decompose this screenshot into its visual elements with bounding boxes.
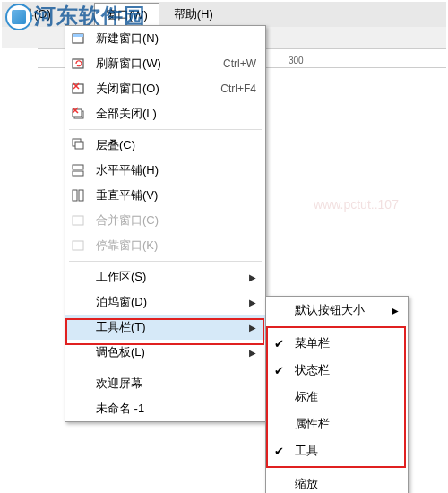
refresh-icon (65, 51, 92, 76)
menu-toolbars[interactable]: 工具栏(T) ▶ (65, 315, 265, 340)
menu-label: 工具栏(T) (92, 319, 246, 335)
sub-statusbar[interactable]: ✔ 状态栏 (266, 357, 408, 384)
logo-icon (5, 4, 32, 30)
chevron-right-icon: ▶ (246, 348, 256, 358)
menu-palettes[interactable]: 调色板(L) ▶ (65, 340, 265, 365)
menu-close[interactable]: 关闭窗口(O) Ctrl+F4 (65, 76, 265, 101)
blank-icon (65, 371, 92, 396)
sub-label: 属性栏 (291, 416, 399, 432)
menu-label: 停靠窗口(K) (92, 238, 256, 254)
menu-label: 刷新窗口(W) (92, 56, 212, 72)
menu-label: 垂直平铺(V) (92, 187, 256, 203)
check-icon: ✔ (266, 445, 291, 458)
close-window-icon (65, 76, 92, 101)
sub-zoom[interactable]: 缩放 (266, 471, 408, 493)
separator (270, 326, 404, 327)
sub-menubar[interactable]: ✔ 菜单栏 (266, 330, 408, 357)
blank-icon (65, 340, 92, 365)
menu-combine: 合并窗口(C) (65, 208, 265, 233)
menu-welcome[interactable]: 欢迎屏幕 (65, 371, 265, 396)
sub-properties[interactable]: 属性栏 (266, 411, 408, 437)
sub-label: 标准 (291, 389, 399, 405)
svg-rect-15 (79, 190, 83, 201)
window-dropdown: 新建窗口(N) 刷新窗口(W) Ctrl+W 关闭窗口(O) Ctrl+F4 全… (65, 25, 266, 422)
svg-rect-16 (73, 216, 83, 225)
check-icon: ✔ (266, 364, 291, 377)
menu-label: 未命名 -1 (92, 401, 256, 417)
separator (69, 368, 262, 368)
menu-refresh[interactable]: 刷新窗口(W) Ctrl+W (65, 51, 265, 76)
chevron-right-icon: ▶ (388, 306, 399, 316)
menu-dock-windows[interactable]: 泊坞窗(D) ▶ (65, 290, 265, 315)
sub-default-size[interactable]: 默认按钮大小 ▶ (266, 297, 408, 324)
menu-shortcut: Ctrl+W (223, 57, 256, 70)
sub-label: 缩放 (291, 476, 399, 492)
cascade-icon (65, 133, 92, 158)
help-menu[interactable]: 帮助(H) (163, 3, 224, 26)
close-all-icon (65, 101, 92, 126)
svg-rect-11 (75, 142, 83, 149)
menu-shortcut: Ctrl+F4 (220, 82, 256, 95)
combine-icon (65, 208, 92, 233)
menu-label: 关闭窗口(O) (92, 81, 210, 97)
chevron-right-icon: ▶ (246, 272, 256, 282)
menu-label: 全部关闭(L) (92, 106, 256, 122)
chevron-right-icon: ▶ (246, 323, 256, 333)
sub-label: 默认按钮大小 (291, 302, 388, 318)
sub-label: 工具 (291, 443, 399, 459)
tile-h-icon (65, 158, 92, 183)
tile-v-icon (65, 183, 92, 208)
watermark-site: www.pctut..107 (314, 197, 399, 212)
sub-standard[interactable]: 标准 (266, 384, 408, 411)
blank-icon (65, 264, 92, 290)
menu-label: 合并窗口(C) (92, 212, 256, 229)
svg-rect-17 (73, 241, 83, 250)
blank-icon (65, 396, 92, 421)
menu-workspace[interactable]: 工作区(S) ▶ (65, 264, 265, 290)
svg-rect-14 (73, 190, 77, 201)
menu-label: 工作区(S) (92, 269, 246, 285)
ruler-300: 300 (289, 56, 304, 65)
menu-label: 新建窗口(N) (92, 30, 256, 47)
menu-label: 层叠(C) (92, 137, 256, 153)
menu-label: 欢迎屏幕 (92, 376, 256, 392)
menu-dock: 停靠窗口(K) (65, 233, 265, 258)
sub-label: 状态栏 (291, 362, 399, 378)
separator (69, 129, 262, 130)
menu-tile-h[interactable]: 水平平铺(H) (65, 158, 265, 183)
sub-tools[interactable]: ✔ 工具 (266, 437, 408, 464)
chevron-right-icon: ▶ (246, 298, 256, 307)
sub-label: 菜单栏 (291, 335, 399, 351)
svg-rect-12 (73, 165, 83, 169)
blank-icon (65, 315, 92, 340)
dock-icon (65, 233, 92, 258)
check-icon: ✔ (266, 337, 291, 350)
blank-icon (65, 290, 92, 315)
menu-label: 调色板(L) (92, 344, 246, 360)
new-window-icon (65, 26, 92, 51)
menu-close-all[interactable]: 全部关闭(L) (65, 101, 265, 126)
menu-label: 水平平铺(H) (92, 162, 256, 178)
separator (69, 261, 262, 262)
svg-rect-13 (73, 171, 83, 176)
svg-rect-1 (73, 34, 83, 37)
menu-new-window[interactable]: 新建窗口(N) (65, 26, 265, 51)
menu-tile-v[interactable]: 垂直平铺(V) (65, 183, 265, 208)
separator (270, 467, 404, 468)
toolbars-submenu: 默认按钮大小 ▶ ✔ 菜单栏 ✔ 状态栏 标准 属性栏 ✔ 工具 缩放 (265, 296, 409, 493)
menu-untitled[interactable]: 未命名 -1 (65, 396, 265, 421)
menu-cascade[interactable]: 层叠(C) (65, 133, 265, 158)
menu-label: 泊坞窗(D) (92, 294, 246, 310)
